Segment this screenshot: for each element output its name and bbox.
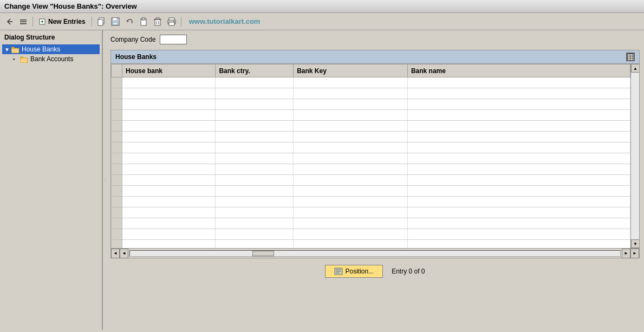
- cell-bank-key[interactable]: [294, 164, 408, 175]
- cell-bank-name[interactable]: [407, 121, 630, 132]
- cell-bank-ctry[interactable]: [216, 229, 294, 240]
- table-row[interactable]: [112, 110, 630, 121]
- cell-bank-name[interactable]: [407, 88, 630, 99]
- sidebar-item-house-banks[interactable]: ▼ House Banks: [2, 44, 100, 54]
- cell-bank-ctry[interactable]: [216, 207, 294, 218]
- table-row[interactable]: [112, 229, 630, 240]
- cell-house-bank[interactable]: [122, 207, 216, 218]
- cell-house-bank[interactable]: [122, 99, 216, 110]
- table-row[interactable]: [112, 175, 630, 186]
- new-entries-button[interactable]: New Entries: [36, 16, 88, 28]
- cell-bank-key[interactable]: [294, 88, 408, 99]
- table-row[interactable]: [112, 218, 630, 229]
- cell-bank-name[interactable]: [407, 142, 630, 153]
- cell-house-bank[interactable]: [122, 229, 216, 240]
- cell-house-bank[interactable]: [122, 164, 216, 175]
- cell-bank-key[interactable]: [294, 132, 408, 142]
- cell-bank-name[interactable]: [407, 164, 630, 175]
- cell-bank-ctry[interactable]: [216, 175, 294, 186]
- cell-bank-ctry[interactable]: [216, 218, 294, 229]
- scroll-up-arrow[interactable]: ▲: [631, 64, 639, 73]
- cell-bank-key[interactable]: [294, 153, 408, 164]
- undo-icon[interactable]: [123, 16, 135, 28]
- copy-icon[interactable]: [95, 16, 107, 28]
- scroll-next-arrow[interactable]: ►: [622, 249, 630, 258]
- cell-bank-key[interactable]: [294, 99, 408, 110]
- cell-bank-name[interactable]: [407, 153, 630, 164]
- cell-bank-name[interactable]: [407, 99, 630, 110]
- position-button[interactable]: Position...: [325, 265, 383, 278]
- company-code-input[interactable]: [160, 35, 187, 44]
- cell-bank-name[interactable]: [407, 77, 630, 88]
- cell-bank-ctry[interactable]: [216, 164, 294, 175]
- table-row[interactable]: [112, 77, 630, 88]
- scroll-right-arrow[interactable]: ►: [630, 249, 639, 258]
- cell-bank-ctry[interactable]: [216, 240, 294, 249]
- scroll-prev-arrow[interactable]: ◄: [120, 249, 128, 258]
- cell-house-bank[interactable]: [122, 77, 216, 88]
- cell-bank-ctry[interactable]: [216, 77, 294, 88]
- cell-bank-name[interactable]: [407, 218, 630, 229]
- h-scroll-track[interactable]: [129, 250, 621, 257]
- cell-bank-ctry[interactable]: [216, 110, 294, 121]
- cell-bank-name[interactable]: [407, 229, 630, 240]
- cell-house-bank[interactable]: [122, 88, 216, 99]
- table-row[interactable]: [112, 142, 630, 153]
- cell-bank-ctry[interactable]: [216, 99, 294, 110]
- cell-bank-name[interactable]: [407, 240, 630, 249]
- table-row[interactable]: [112, 88, 630, 99]
- cell-house-bank[interactable]: [122, 240, 216, 249]
- sidebar-item-bank-accounts[interactable]: • Bank Accounts: [2, 54, 100, 64]
- clipboard-icon[interactable]: [138, 16, 149, 28]
- cell-bank-name[interactable]: [407, 207, 630, 218]
- cell-bank-key[interactable]: [294, 218, 408, 229]
- cell-bank-key[interactable]: [294, 77, 408, 88]
- delete-icon[interactable]: [152, 16, 164, 28]
- cell-bank-name[interactable]: [407, 186, 630, 197]
- table-row[interactable]: [112, 186, 630, 197]
- cell-bank-ctry[interactable]: [216, 197, 294, 207]
- print-icon[interactable]: [166, 16, 178, 28]
- cell-bank-ctry[interactable]: [216, 121, 294, 132]
- cell-house-bank[interactable]: [122, 197, 216, 207]
- cell-house-bank[interactable]: [122, 110, 216, 121]
- cell-bank-ctry[interactable]: [216, 132, 294, 142]
- cell-bank-ctry[interactable]: [216, 186, 294, 197]
- cell-house-bank[interactable]: [122, 132, 216, 142]
- scroll-track[interactable]: [631, 73, 639, 239]
- cell-bank-name[interactable]: [407, 197, 630, 207]
- table-row[interactable]: [112, 99, 630, 110]
- cell-bank-name[interactable]: [407, 132, 630, 142]
- cell-bank-ctry[interactable]: [216, 153, 294, 164]
- table-row[interactable]: [112, 197, 630, 207]
- table-row[interactable]: [112, 121, 630, 132]
- cell-bank-key[interactable]: [294, 121, 408, 132]
- vertical-scrollbar[interactable]: ▲ ▼: [630, 64, 639, 248]
- scroll-down-arrow[interactable]: ▼: [631, 239, 639, 248]
- cell-house-bank[interactable]: [122, 153, 216, 164]
- cell-house-bank[interactable]: [122, 121, 216, 132]
- cell-bank-key[interactable]: [294, 142, 408, 153]
- cell-house-bank[interactable]: [122, 175, 216, 186]
- cell-bank-key[interactable]: [294, 229, 408, 240]
- cell-bank-key[interactable]: [294, 186, 408, 197]
- cell-bank-name[interactable]: [407, 175, 630, 186]
- table-row[interactable]: [112, 153, 630, 164]
- scroll-left-arrow[interactable]: ◄: [111, 249, 120, 258]
- cell-bank-key[interactable]: [294, 197, 408, 207]
- cell-bank-key[interactable]: [294, 175, 408, 186]
- cell-bank-name[interactable]: [407, 110, 630, 121]
- cell-bank-ctry[interactable]: [216, 88, 294, 99]
- cell-bank-key[interactable]: [294, 207, 408, 218]
- save-icon[interactable]: [109, 16, 121, 28]
- cell-house-bank[interactable]: [122, 142, 216, 153]
- menu-icon[interactable]: [17, 16, 29, 28]
- column-chooser-icon[interactable]: [626, 53, 635, 61]
- cell-house-bank[interactable]: [122, 218, 216, 229]
- horizontal-scrollbar[interactable]: ◄ ◄ ► ►: [111, 248, 639, 258]
- table-row[interactable]: [112, 240, 630, 249]
- cell-house-bank[interactable]: [122, 186, 216, 197]
- cell-bank-key[interactable]: [294, 240, 408, 249]
- cell-bank-ctry[interactable]: [216, 142, 294, 153]
- cell-bank-key[interactable]: [294, 110, 408, 121]
